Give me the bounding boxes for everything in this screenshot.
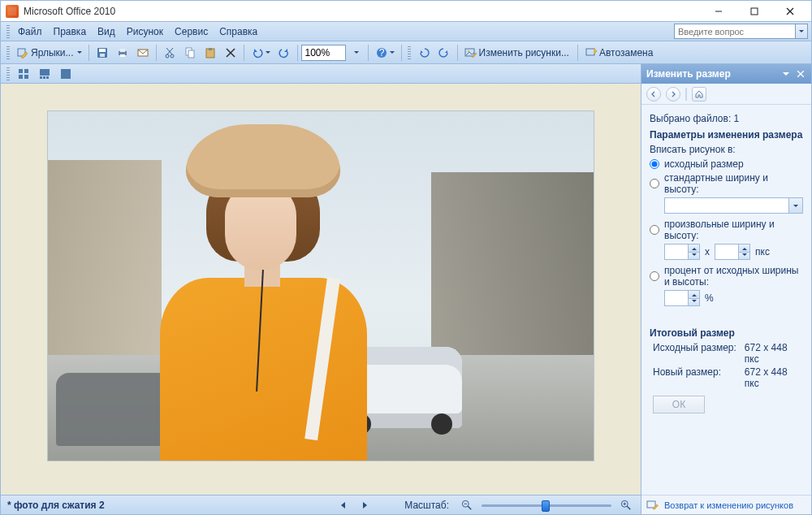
- radio-percent-label: процент от исходных ширины и высоты:: [664, 265, 803, 288]
- zoom-slider[interactable]: [482, 500, 611, 511]
- chevron-down-icon: [799, 30, 804, 35]
- slider-thumb[interactable]: [542, 500, 550, 512]
- zoom-in-button[interactable]: [618, 497, 634, 513]
- radio-standard-label: стандартные ширину и высоту:: [664, 172, 803, 195]
- rotate-left-button[interactable]: [414, 44, 434, 62]
- menu-edit[interactable]: Правка: [48, 24, 93, 39]
- radio-percent-input[interactable]: [650, 271, 659, 281]
- percent-spinner[interactable]: [664, 290, 700, 306]
- picture-canvas[interactable]: [1, 84, 641, 495]
- filmstrip-view-button[interactable]: [35, 65, 54, 83]
- zoom-combo[interactable]: 100%: [301, 45, 346, 61]
- mail-button[interactable]: [133, 44, 153, 62]
- spin-down-button[interactable]: [738, 252, 749, 260]
- chevron-down-icon: [354, 51, 359, 56]
- svg-rect-27: [19, 69, 23, 73]
- single-view-button[interactable]: [56, 65, 76, 83]
- spin-down-button[interactable]: [688, 252, 699, 260]
- edit-picture-icon: [464, 46, 477, 59]
- edit-images-button[interactable]: Изменить рисунки...: [461, 44, 574, 62]
- menu-file[interactable]: Файл: [12, 24, 48, 39]
- help-question-input[interactable]: [674, 24, 796, 39]
- svg-rect-1: [751, 8, 758, 15]
- custom-height-spinner[interactable]: [715, 244, 750, 260]
- triangle-up-icon: [692, 292, 697, 296]
- radio-standard-input[interactable]: [650, 179, 659, 188]
- menu-tools[interactable]: Сервис: [169, 24, 214, 39]
- previous-button[interactable]: [336, 498, 351, 513]
- copy-button[interactable]: [180, 44, 200, 62]
- menu-picture[interactable]: Рисунок: [121, 24, 169, 39]
- radio-percent-size[interactable]: процент от исходных ширины и высоты:: [650, 265, 803, 288]
- new-size-value: 672 x 448 пкс: [745, 366, 803, 389]
- undo-button[interactable]: [248, 44, 274, 62]
- standard-size-combo[interactable]: [664, 197, 803, 214]
- zoom-out-button[interactable]: [459, 497, 475, 513]
- help-icon: ?: [375, 46, 388, 59]
- spin-up-button[interactable]: [688, 291, 699, 298]
- edit-picture-icon: [646, 499, 659, 512]
- spin-up-button[interactable]: [738, 245, 749, 252]
- window-minimize-button[interactable]: [701, 1, 736, 21]
- radio-original-size[interactable]: исходный размер: [650, 158, 803, 170]
- help-question-dropdown[interactable]: [796, 24, 808, 39]
- save-button[interactable]: [93, 44, 112, 62]
- redo-button[interactable]: [274, 44, 294, 62]
- app-title: Microsoft Office 2010: [24, 6, 115, 17]
- rotate-right-button[interactable]: [434, 44, 454, 62]
- svg-point-12: [166, 54, 169, 58]
- radio-custom-size[interactable]: произвольные ширину и высоту:: [650, 219, 803, 241]
- chevron-down-icon: [390, 51, 395, 56]
- edit-images-label: Изменить рисунки...: [477, 47, 571, 58]
- svg-text:?: ?: [378, 47, 384, 58]
- thumbnail-view-button[interactable]: [14, 65, 33, 83]
- svg-rect-32: [40, 76, 42, 79]
- zoom-dropdown[interactable]: [347, 44, 365, 62]
- nav-home-button[interactable]: [692, 87, 706, 102]
- menu-help[interactable]: Справка: [214, 24, 263, 39]
- spin-up-button[interactable]: [688, 245, 699, 252]
- chevron-down-icon: [793, 205, 798, 210]
- toolbar-grip[interactable]: [6, 46, 10, 59]
- title-bar: Microsoft Office 2010: [1, 1, 811, 21]
- back-to-edit-link[interactable]: Возврат к изменению рисунков: [664, 500, 793, 510]
- task-pane-header[interactable]: Изменить размер: [641, 64, 811, 84]
- nav-forward-button[interactable]: [666, 87, 680, 102]
- next-button[interactable]: [357, 498, 372, 513]
- task-pane-menu-button[interactable]: [780, 68, 792, 80]
- radio-standard-size[interactable]: стандартные ширину и высоту:: [650, 172, 803, 195]
- help-button[interactable]: ?: [372, 44, 398, 62]
- window-maximize-button[interactable]: [736, 1, 772, 21]
- toolbar-grip[interactable]: [6, 67, 10, 80]
- nav-back-button[interactable]: [646, 87, 661, 102]
- svg-rect-34: [46, 76, 49, 79]
- radio-custom-input[interactable]: [650, 225, 659, 235]
- standard-size-dropdown[interactable]: [789, 197, 803, 214]
- cut-button[interactable]: [160, 44, 179, 62]
- toolbar-grip[interactable]: [408, 46, 411, 59]
- toolbar-grip[interactable]: [6, 25, 10, 38]
- print-button[interactable]: [113, 44, 132, 62]
- orig-size-value: 672 x 448 пкс: [745, 342, 803, 365]
- close-icon: [786, 7, 794, 15]
- autoreplace-button[interactable]: Автозамена: [581, 44, 658, 62]
- svg-rect-28: [24, 69, 28, 73]
- standard-size-value[interactable]: [664, 197, 789, 214]
- task-pane-close-button[interactable]: [795, 68, 806, 80]
- window-close-button[interactable]: [772, 1, 808, 21]
- ok-label: ОК: [672, 399, 685, 410]
- spin-down-button[interactable]: [688, 298, 699, 306]
- task-pane: Изменить размер Выбрано файлов: 1 Параме…: [641, 64, 811, 514]
- save-icon: [96, 46, 109, 59]
- svg-rect-19: [209, 48, 212, 50]
- radio-original-input[interactable]: [650, 159, 659, 169]
- menu-view[interactable]: Вид: [92, 24, 121, 39]
- ok-button[interactable]: ОК: [653, 396, 705, 413]
- shortcuts-button[interactable]: Ярлыки...: [13, 44, 85, 62]
- toolbar-separator: [368, 45, 369, 61]
- print-icon: [116, 46, 129, 59]
- custom-width-spinner[interactable]: [664, 244, 700, 260]
- delete-button[interactable]: [221, 44, 240, 62]
- chevron-down-icon: [266, 51, 270, 56]
- paste-button[interactable]: [201, 44, 220, 62]
